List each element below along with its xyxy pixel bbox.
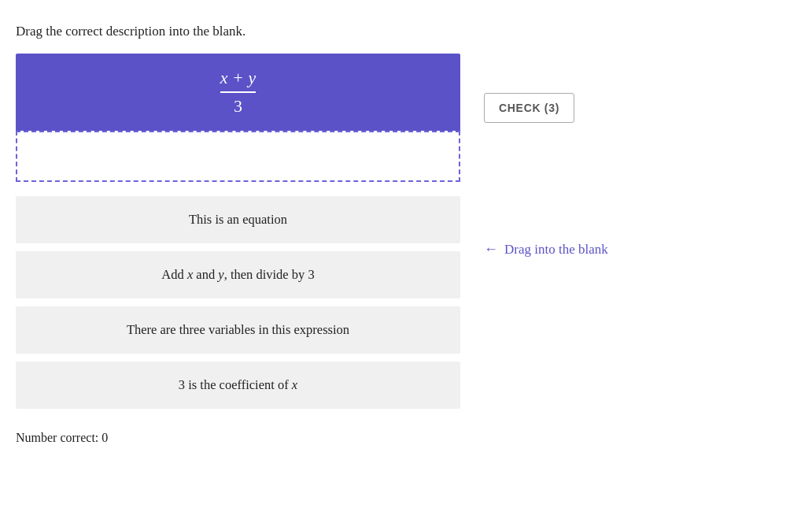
main-area: x + y 3 This is an equation Add x and y,…: [16, 54, 796, 409]
formula-numerator: x + y: [220, 68, 256, 93]
formula-denominator: 3: [234, 96, 242, 117]
right-panel: CHECK (3) ← Drag into the blank: [484, 54, 608, 258]
check-button[interactable]: CHECK (3): [484, 93, 574, 123]
option-2-text: Add x and y, then divide by 3: [161, 267, 314, 282]
left-panel: x + y 3 This is an equation Add x and y,…: [16, 54, 460, 409]
instruction-text: Drag the correct description into the bl…: [16, 24, 796, 39]
option-2[interactable]: Add x and y, then divide by 3: [16, 251, 460, 298]
option-4-text: 3 is the coefficient of x: [179, 377, 297, 392]
option-1-text: This is an equation: [189, 212, 287, 227]
option-3-text: There are three variables in this expres…: [127, 322, 349, 337]
option-1[interactable]: This is an equation: [16, 196, 460, 243]
number-correct: Number correct: 0: [16, 431, 796, 445]
drag-hint-text: Drag into the blank: [504, 242, 608, 258]
drag-hint: ← Drag into the blank: [484, 241, 608, 258]
option-4[interactable]: 3 is the coefficient of x: [16, 362, 460, 409]
formula-display: x + y 3: [16, 54, 460, 131]
answer-options: This is an equation Add x and y, then di…: [16, 196, 460, 409]
drop-zone[interactable]: [16, 131, 460, 182]
formula-fraction: x + y 3: [220, 68, 256, 117]
arrow-left-icon: ←: [484, 241, 498, 258]
option-3[interactable]: There are three variables in this expres…: [16, 306, 460, 354]
